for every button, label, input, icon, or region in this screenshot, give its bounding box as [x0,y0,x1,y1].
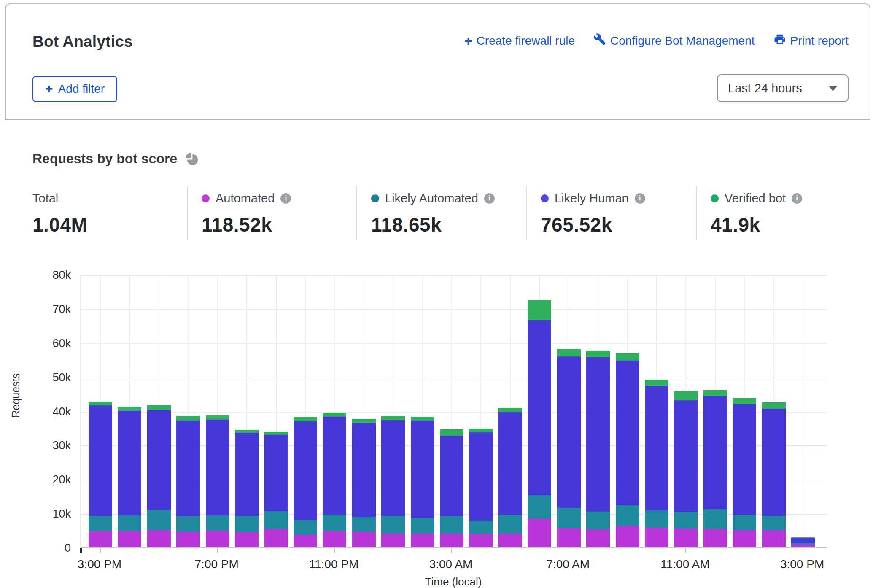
stacked-bar[interactable] [147,405,171,547]
stacked-bar[interactable] [586,351,610,547]
stacked-bar[interactable] [294,417,317,547]
info-icon[interactable]: i [635,193,645,204]
plus-icon: + [464,34,472,48]
stacked-bar[interactable] [176,416,200,547]
stat-verified-bot: Verified bot i 41.9k [711,191,802,236]
bar-segment [645,386,668,510]
configure-bot-management-label: Configure Bot Management [610,34,754,48]
create-firewall-rule-link[interactable]: + Create firewall rule [464,34,575,48]
bar-segment [176,416,200,421]
bot-analytics-page: Bot Analytics + Create firewall rule Con… [0,0,873,588]
stacked-bar[interactable] [235,430,259,547]
stat-divider [526,186,527,240]
add-filter-button[interactable]: + Add filter [32,76,117,102]
stat-verified-bot-label: Verified bot [725,192,786,205]
stacked-bar[interactable] [323,413,346,547]
stat-divider [187,186,188,240]
bar-segment [733,515,756,530]
bar-segment [733,404,756,515]
bar-segment [89,516,112,531]
bar-segment [294,535,317,547]
stacked-bar[interactable] [733,398,756,547]
bar-segment [469,429,493,433]
x-tick-label: 11:00 PM [300,558,367,571]
bar-segment [528,320,551,495]
bar-segment [674,400,698,512]
bar-segment [791,545,815,547]
stacked-bar[interactable] [557,349,581,547]
stacked-bar[interactable] [264,432,288,547]
stat-verified-bot-value: 41.9k [711,213,802,236]
bar-segment [147,405,171,410]
stacked-bar[interactable] [791,537,815,547]
bar-segment [616,361,639,506]
bar-segment [235,516,259,533]
stacked-bar[interactable] [498,408,522,547]
stacked-bar[interactable] [616,353,639,547]
bar-segment [557,356,581,508]
bar-segment [352,517,376,532]
bar-segment [498,408,522,412]
configure-bot-management-link[interactable]: Configure Bot Management [593,33,754,49]
bar-segment [176,421,200,516]
bar-segment [264,432,288,435]
info-icon[interactable]: i [484,193,495,204]
stacked-bar[interactable] [469,429,493,547]
bar-segment [206,420,229,515]
bar-segment [762,530,786,547]
time-range-select[interactable]: Last 24 hours [717,74,849,102]
bar-segment [323,515,346,531]
bar-segment [264,529,288,547]
stacked-bar[interactable] [703,390,727,547]
x-axis-title: Time (local) [420,575,487,588]
stacked-bar[interactable] [674,391,698,547]
stacked-bar[interactable] [411,417,434,547]
plus-icon: + [45,82,53,95]
bar-segment [323,413,346,417]
stacked-bar[interactable] [89,402,112,547]
x-gridline [803,275,803,547]
y-axis-title: Requests [10,373,22,418]
bar-segment [674,391,698,401]
stacked-bar[interactable] [762,402,786,547]
stacked-bar[interactable] [440,429,463,547]
origin-tick [80,548,82,553]
stacked-bar[interactable] [206,415,229,547]
stacked-bar[interactable] [118,407,141,547]
bar-segment [440,516,463,533]
section-title: Requests by bot score [32,151,177,167]
y-tick-label: 60k [37,337,71,350]
stacked-bar[interactable] [645,380,668,547]
print-report-link[interactable]: Print report [773,33,849,49]
x-tick-mark [217,548,218,553]
stacked-bar[interactable] [381,416,405,547]
bar-segment [616,353,639,360]
bar-segment [528,519,551,547]
bar-segment [323,417,346,515]
bar-segment [762,516,786,531]
header-actions: + Create firewall rule Configure Bot Man… [464,33,849,49]
pie-chart-icon [185,152,199,166]
stat-divider [696,186,697,240]
x-tick-mark [569,548,569,553]
bar-segment [411,534,434,547]
bar-segment [586,357,610,512]
bar-segment [762,409,786,515]
stat-total-label: Total [32,192,58,205]
stat-likely-automated: Likely Automated i 118.65k [371,191,495,236]
stacked-bar[interactable] [352,419,376,547]
printer-icon [773,33,786,49]
bar-segment [703,390,727,396]
header-card [5,3,870,120]
stat-automated: Automated i 118.52k [202,191,291,236]
stat-likely-human-label: Likely Human [555,192,629,205]
x-tick-label: 3:00 PM [768,558,836,571]
bar-segment [264,511,288,529]
bar-segment [528,300,551,321]
bar-segment [89,531,112,547]
info-icon[interactable]: i [280,193,291,204]
info-icon[interactable]: i [792,193,802,204]
stacked-bar[interactable] [528,300,551,548]
bar-segment [352,419,376,423]
bar-segment [89,402,112,406]
